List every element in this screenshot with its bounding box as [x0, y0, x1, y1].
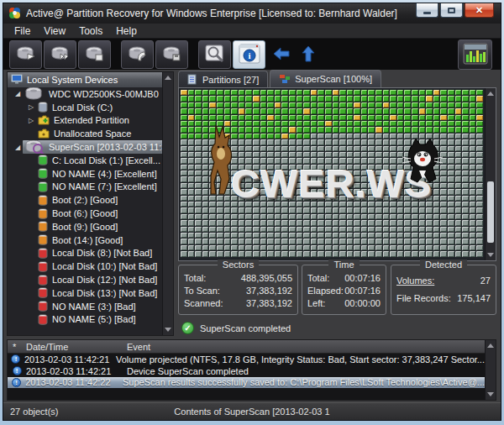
tree-item[interactable]: Boot (9:) [Good] — [8, 220, 162, 233]
tree-item[interactable]: Boot (14:) [Good] — [8, 233, 162, 247]
time-rows: Total:00:07:16Elapsed:00:07:16Left:00:00… — [307, 272, 381, 310]
tree-root-local-system-devices[interactable]: Local System Devices — [8, 72, 162, 87]
scan-cell-green — [303, 115, 310, 120]
scan-cell-gray — [455, 165, 462, 170]
scan-disk-button[interactable] — [9, 40, 42, 69]
scroll-down-icon[interactable] — [487, 253, 494, 257]
recover-partition-button[interactable] — [78, 40, 111, 69]
preview-button[interactable] — [198, 40, 231, 69]
expander-expanded-icon[interactable]: ◢ — [13, 90, 23, 97]
save-scan-results-button[interactable] — [155, 40, 188, 69]
scan-cell-gray — [260, 165, 267, 170]
scan-cell-gray — [245, 183, 252, 188]
expander-expanded-icon[interactable]: ◢ — [13, 144, 23, 151]
scan-cell-gray — [297, 207, 303, 212]
scan-cell-gray — [275, 196, 281, 201]
log-scrollbar[interactable] — [485, 340, 496, 400]
scan-cell-green — [448, 102, 454, 108]
info-button[interactable]: i — [233, 40, 265, 69]
log-header-datetime[interactable]: Date/Time — [26, 342, 127, 352]
close-button[interactable]: ✕ — [465, 3, 494, 18]
tree-item[interactable]: ◢SuperScan [2013-02-03 11:3... — [8, 140, 162, 154]
tree-item[interactable]: Local Disk (13:) [Not Bad] — [8, 286, 162, 300]
tree-item[interactable]: NO NAME (4:) [Excellent] — [8, 167, 162, 181]
log-header-severity[interactable]: * — [8, 342, 26, 352]
scroll-up-icon[interactable] — [487, 92, 494, 96]
tree-item[interactable]: Local Disk (8:) [Not Bad] — [8, 247, 162, 260]
scan-cell-green — [347, 90, 354, 95]
expander-collapsed-icon[interactable]: ▷ — [26, 117, 36, 124]
scan-cell-gray — [347, 239, 354, 244]
scan-cell-gray — [231, 152, 238, 157]
back-button[interactable] — [270, 40, 292, 69]
tree-item[interactable]: NO NAME (3:) [Bad] — [8, 300, 162, 313]
scan-cell-green — [412, 108, 418, 113]
scan-cell-green — [253, 102, 260, 108]
log-row[interactable]: !2013-02-03 11:42:21Device SuperScan com… — [8, 365, 485, 377]
menu-file[interactable]: File — [8, 24, 36, 38]
scan-cell-yellow — [325, 121, 332, 126]
up-button[interactable] — [297, 40, 319, 69]
scan-cell-gray — [202, 171, 209, 176]
log-header-row[interactable]: * Date/Time Event — [8, 340, 485, 354]
scan-cell-gray — [217, 189, 223, 194]
scan-cell-gray — [267, 227, 274, 232]
log-header-event[interactable]: Event — [127, 342, 485, 352]
tree-item[interactable]: Local Disk (12:) [Not Bad] — [8, 273, 162, 286]
tree-scrollbar[interactable] — [162, 72, 173, 335]
scan-cell-gray — [289, 146, 296, 151]
scan-cell-gray — [260, 251, 267, 256]
scan-cell-gray — [325, 146, 332, 151]
tree-item[interactable]: Local Disk (10:) [Not Bad] — [8, 260, 162, 273]
scan-cell-gray — [318, 171, 324, 176]
stat-label[interactable]: Volumes: — [396, 272, 434, 290]
tree-item[interactable]: ▷Local Disk (C:) — [8, 101, 162, 114]
scan-cell-gray — [455, 139, 462, 144]
tree-item[interactable]: ◢WDC WD2500KS-00MJB0 — [8, 87, 162, 101]
tree-item[interactable]: NO NAME (7:) [Excellent] — [8, 181, 162, 194]
scan-cell-gray — [188, 196, 195, 201]
tree-item[interactable]: Boot (2:) [Good] — [8, 193, 162, 207]
tree-item[interactable]: NO NAME (5:) [Bad] — [8, 313, 162, 327]
scan-cell-gray — [426, 196, 433, 201]
title-bar[interactable]: Active@ Partition Recovery for Windows E… — [3, 3, 501, 24]
tree-item[interactable]: Unallocated Space — [8, 127, 162, 140]
log-row[interactable]: !2013-02-03 11:42:21Volume projected (NT… — [8, 354, 485, 365]
scroll-down-icon[interactable] — [487, 392, 494, 396]
scan-cell-gray — [433, 176, 440, 181]
grid-scrollbar[interactable] — [485, 88, 496, 260]
scan-cell-gray — [462, 220, 469, 225]
scan-cell-gray — [260, 227, 267, 232]
menu-help[interactable]: Help — [110, 24, 143, 38]
scan-cell-gray — [224, 202, 231, 207]
scan-cell-gray — [202, 245, 209, 250]
scroll-up-icon[interactable] — [165, 76, 171, 80]
tab-superscan[interactable]: SuperScan [100%] — [270, 70, 381, 87]
scan-cell-gray — [275, 176, 281, 181]
tree-item[interactable]: Boot (6:) [Good] — [8, 207, 162, 220]
scroll-up-icon[interactable] — [487, 344, 494, 348]
statistics-button[interactable] — [458, 39, 492, 70]
open-scan-results-button[interactable] — [121, 40, 154, 69]
scan-cell-gray — [195, 176, 202, 181]
tab-partitions[interactable]: Partitions [27] — [178, 71, 268, 87]
menu-tools[interactable]: Tools — [73, 24, 108, 38]
menu-view[interactable]: View — [38, 24, 71, 38]
scan-cell-yellow — [188, 115, 195, 120]
maximize-button[interactable] — [440, 3, 463, 18]
scrollbar-thumb[interactable] — [487, 181, 494, 244]
tree-item[interactable]: C: Local Disk (1:) [Excell... — [8, 154, 162, 167]
scan-cell-gray — [318, 146, 324, 151]
minimize-button[interactable] — [416, 3, 438, 18]
scan-cell-gray — [397, 146, 404, 151]
scroll-down-icon[interactable] — [165, 328, 171, 332]
scan-cell-gray — [375, 139, 382, 144]
expander-collapsed-icon[interactable]: ▷ — [26, 103, 36, 111]
superscan-disk-button[interactable] — [44, 40, 76, 69]
scan-cell-gray — [209, 152, 216, 157]
scan-cell-gray — [361, 239, 368, 244]
log-row[interactable]: !2013-02-03 11:42:22SupeScan results suc… — [8, 377, 485, 389]
tree-item[interactable]: ▷Extended Partition — [8, 114, 162, 128]
log-event: SupeScan results successfully saved to: … — [123, 377, 485, 387]
scan-cell-gray — [245, 189, 252, 194]
